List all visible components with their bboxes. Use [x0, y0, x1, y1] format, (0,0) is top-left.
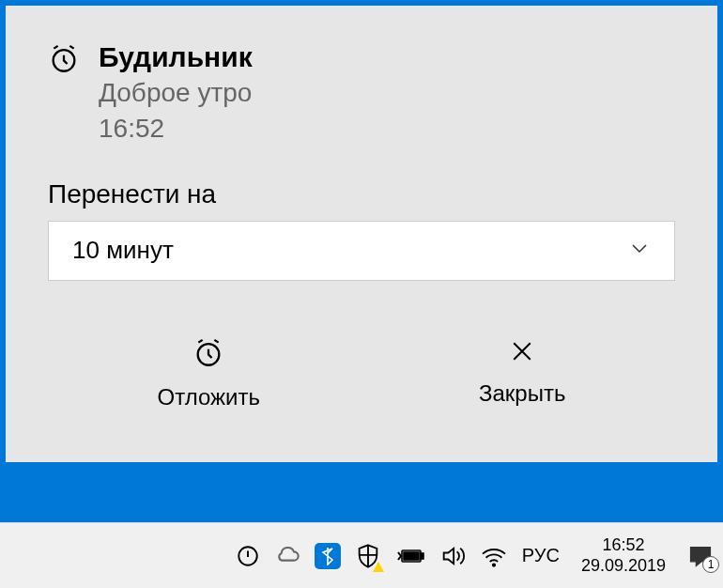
notification-header: Будильник Доброе утро 16:52 [48, 39, 675, 147]
clock-time: 16:52 [602, 535, 644, 556]
snooze-button-label: Отложить [158, 384, 260, 410]
notification-time: 16:52 [99, 111, 253, 147]
wifi-icon[interactable] [480, 545, 508, 567]
alarm-clock-icon [192, 337, 224, 373]
svg-rect-4 [421, 553, 423, 559]
taskbar-clock[interactable]: 16:52 29.09.2019 [574, 535, 673, 576]
battery-charging-icon[interactable] [395, 547, 425, 565]
svg-point-6 [493, 564, 495, 565]
notification-subtitle: Доброе утро [99, 75, 253, 111]
close-button[interactable]: Закрыть [441, 328, 603, 420]
chevron-down-icon [628, 237, 651, 264]
power-icon[interactable] [236, 544, 260, 568]
notification-titles: Будильник Доброе утро 16:52 [99, 39, 253, 147]
svg-rect-5 [404, 552, 419, 560]
notification-actions: Отложить Закрыть [48, 328, 675, 420]
dropdown-value: 10 минут [72, 236, 174, 265]
close-icon [508, 337, 536, 369]
warning-badge-icon [373, 562, 384, 572]
snooze-label: Перенести на [48, 179, 675, 209]
close-button-label: Закрыть [479, 380, 565, 407]
alarm-clock-icon [48, 43, 80, 79]
system-tray: РУС 16:52 29.09.2019 1 [236, 535, 714, 576]
cloud-icon[interactable] [274, 543, 300, 569]
action-center-icon[interactable]: 1 [687, 543, 714, 569]
language-indicator[interactable]: РУС [522, 545, 560, 566]
notification-title: Будильник [99, 39, 253, 75]
clock-date: 29.09.2019 [581, 556, 666, 577]
desktop-area: Будильник Доброе утро 16:52 Перенести на… [0, 0, 723, 522]
notification-count-badge: 1 [702, 556, 719, 573]
alarm-notification: Будильник Доброе утро 16:52 Перенести на… [6, 6, 717, 462]
snooze-dropdown[interactable]: 10 минут [48, 221, 675, 281]
bluetooth-icon[interactable] [315, 543, 341, 569]
snooze-button[interactable]: Отложить [120, 328, 298, 420]
volume-icon[interactable] [439, 543, 466, 569]
taskbar: РУС 16:52 29.09.2019 1 [0, 522, 723, 588]
security-shield-icon[interactable] [355, 543, 381, 569]
